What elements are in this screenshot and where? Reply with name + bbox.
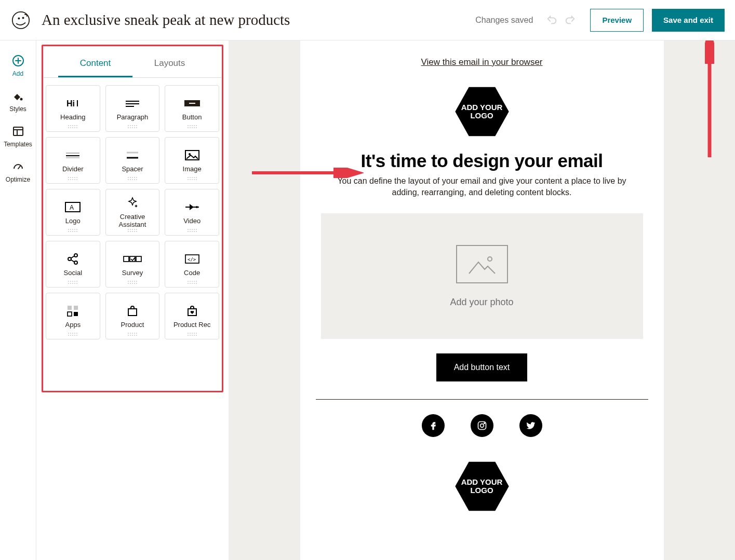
footer-logo-text: ADD YOUR LOGO xyxy=(453,458,511,515)
block-label: Button xyxy=(182,114,202,121)
block-video[interactable]: Video xyxy=(165,189,219,236)
block-label: Logo xyxy=(65,217,81,225)
svg-point-42 xyxy=(480,424,484,428)
apps-icon xyxy=(66,304,79,318)
block-product-rec[interactable]: Product Rec xyxy=(165,293,219,339)
block-label: Survey xyxy=(122,269,143,277)
block-label: Apps xyxy=(65,321,81,329)
block-label: Product xyxy=(121,321,144,329)
logo-icon: A xyxy=(64,200,81,214)
block-logo[interactable]: ALogo xyxy=(46,189,100,236)
plus-circle-icon xyxy=(12,54,24,67)
rail-label: Add xyxy=(12,70,23,77)
annotation-arrow-right xyxy=(249,168,364,178)
tab-layouts[interactable]: Layouts xyxy=(132,52,207,77)
footer-logo-placeholder[interactable]: ADD YOUR LOGO xyxy=(453,458,511,515)
svg-point-1 xyxy=(18,17,20,19)
block-label: Creative Assistant xyxy=(106,213,159,229)
svg-text:Hi: Hi xyxy=(66,99,75,108)
block-button[interactable]: Button xyxy=(165,85,219,132)
rail-optimize[interactable]: Optimize xyxy=(1,154,36,189)
redo-button[interactable] xyxy=(561,11,580,30)
block-paragraph[interactable]: Paragraph xyxy=(105,85,160,132)
rail-add[interactable]: Add xyxy=(1,48,36,84)
block-label: Paragraph xyxy=(117,114,149,121)
svg-point-25 xyxy=(68,257,71,261)
drag-handle-icon xyxy=(68,229,77,232)
campaign-title: An exclusive sneak peak at new products xyxy=(42,11,290,29)
divider-icon xyxy=(65,148,81,162)
block-image[interactable]: Image xyxy=(165,137,219,184)
image-placeholder-label: Add your photo xyxy=(450,297,513,308)
image-icon xyxy=(456,245,508,283)
svg-point-43 xyxy=(484,423,485,424)
drag-handle-icon xyxy=(188,281,197,284)
block-code[interactable]: </>Code xyxy=(165,241,219,288)
content-panel: Content Layouts HiHeadingParagraphButton… xyxy=(36,40,229,560)
survey-icon xyxy=(123,252,142,266)
block-label: Product Rec xyxy=(173,321,211,329)
drag-handle-icon xyxy=(188,333,197,336)
block-product[interactable]: Product xyxy=(105,293,160,339)
tab-content[interactable]: Content xyxy=(58,52,132,77)
block-label: Divider xyxy=(62,166,83,173)
social-row[interactable] xyxy=(300,414,664,437)
instagram-icon[interactable] xyxy=(471,414,493,437)
annotation-arrow-up xyxy=(705,40,714,160)
block-heading[interactable]: HiHeading xyxy=(46,85,100,132)
drag-handle-icon xyxy=(68,125,77,128)
drag-handle-icon xyxy=(128,333,137,336)
block-label: Social xyxy=(64,269,82,277)
svg-point-26 xyxy=(74,254,77,257)
svg-rect-33 xyxy=(68,306,72,310)
save-exit-button[interactable]: Save and exit xyxy=(652,9,725,32)
svg-rect-12 xyxy=(189,103,195,104)
block-label: Heading xyxy=(60,114,85,121)
drag-handle-icon xyxy=(188,229,197,232)
facebook-icon[interactable] xyxy=(422,414,445,437)
code-icon: </> xyxy=(184,252,200,266)
email-divider[interactable] xyxy=(316,399,648,400)
block-social[interactable]: Social xyxy=(46,241,100,288)
twitter-icon[interactable] xyxy=(519,414,542,437)
svg-marker-23 xyxy=(190,204,194,210)
svg-rect-28 xyxy=(124,256,129,262)
email-canvas[interactable]: View this email in your browser ADD YOUR… xyxy=(300,40,664,560)
preview-button[interactable]: Preview xyxy=(590,9,644,32)
logo-text: ADD YOUR LOGO xyxy=(453,83,511,140)
drag-handle-icon xyxy=(68,281,77,284)
svg-point-24 xyxy=(196,206,198,208)
block-label: Code xyxy=(184,269,200,277)
block-survey[interactable]: Survey xyxy=(105,241,160,288)
block-label: Image xyxy=(183,166,202,173)
drag-handle-icon xyxy=(128,125,137,128)
drag-handle-icon xyxy=(68,177,77,180)
undo-button[interactable] xyxy=(542,11,561,30)
block-label: Video xyxy=(183,217,201,225)
button-icon xyxy=(184,96,201,111)
view-in-browser-link[interactable]: View this email in your browser xyxy=(300,57,664,67)
svg-point-2 xyxy=(22,17,24,19)
save-status: Changes saved xyxy=(475,16,533,25)
block-spacer[interactable]: Spacer xyxy=(105,137,160,184)
spacer-icon xyxy=(125,148,140,162)
rail-templates[interactable]: Templates xyxy=(1,119,36,154)
cta-button[interactable]: Add button text xyxy=(436,353,528,381)
template-icon xyxy=(12,125,24,138)
block-creative-assistant[interactable]: Creative Assistant xyxy=(105,189,160,236)
paragraph-icon xyxy=(125,96,140,111)
block-divider[interactable]: Divider xyxy=(46,137,100,184)
logo-placeholder[interactable]: ADD YOUR LOGO xyxy=(453,83,511,140)
svg-rect-5 xyxy=(14,127,23,135)
rail-styles[interactable]: Styles xyxy=(1,84,36,119)
share-icon xyxy=(66,252,79,266)
svg-rect-36 xyxy=(74,312,78,316)
gauge-icon xyxy=(12,160,24,173)
mailchimp-logo xyxy=(10,10,31,31)
svg-rect-30 xyxy=(136,256,141,262)
drag-handle-icon xyxy=(188,177,197,180)
email-subheading[interactable]: You can define the layout of your email … xyxy=(326,175,638,198)
svg-rect-37 xyxy=(128,309,137,316)
image-placeholder[interactable]: Add your photo xyxy=(321,213,643,339)
block-apps[interactable]: Apps xyxy=(46,293,100,339)
